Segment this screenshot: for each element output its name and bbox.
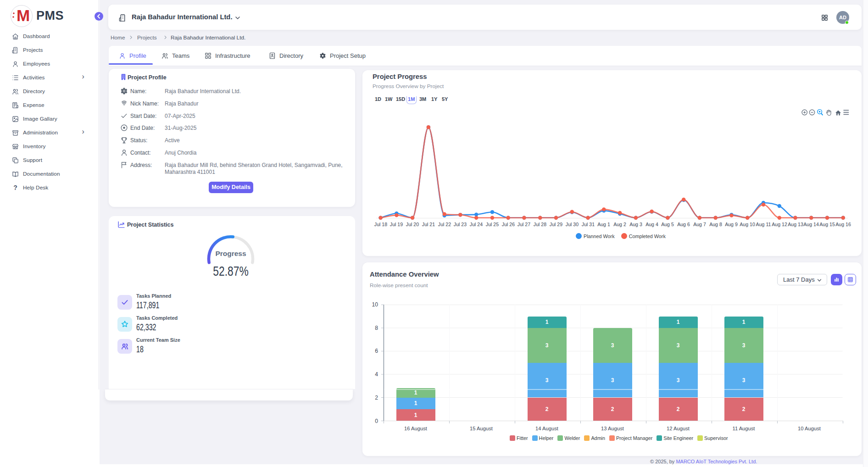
- svg-text:2: 2: [375, 395, 378, 401]
- svg-text:6: 6: [375, 348, 378, 354]
- svg-text:4: 4: [375, 371, 378, 378]
- svg-text:10: 10: [372, 301, 378, 308]
- svg-text:8: 8: [375, 325, 378, 331]
- svg-text:0: 0: [375, 418, 378, 424]
